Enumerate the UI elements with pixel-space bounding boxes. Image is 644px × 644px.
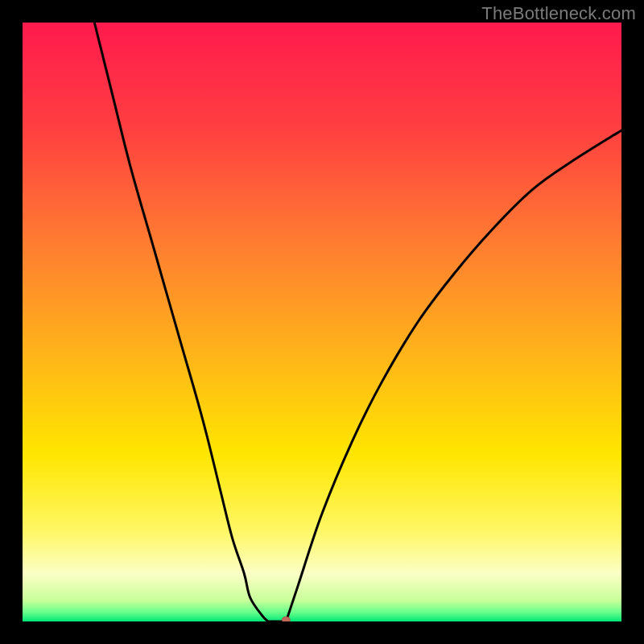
bottleneck-chart [23,23,621,621]
plot-area [23,23,621,621]
chart-frame: TheBottleneck.com [0,0,644,644]
minimum-marker [282,617,290,621]
gradient-background [23,23,621,621]
watermark-text: TheBottleneck.com [481,3,636,24]
